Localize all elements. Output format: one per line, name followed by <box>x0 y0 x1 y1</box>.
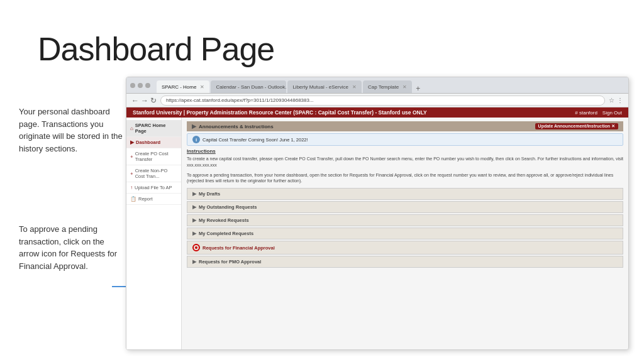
sparc-main-layout: ⌂ SPARC Home Page ▶ Dashboard + Create P… <box>126 118 628 349</box>
tab-close-icon[interactable]: ✕ <box>200 84 204 90</box>
browser-window: SPARC - Home ✕ Calendar - San Duan - Out… <box>126 77 629 350</box>
outstanding-arrow: ▶ <box>192 204 196 210</box>
announcements-label: Announcements & Instructions <box>199 124 274 129</box>
sidebar-home-label: SPARC Home Page <box>135 123 177 134</box>
announcements-arrow: ▶ <box>192 123 196 129</box>
sparc-header-actions: # stanford Sign Out <box>575 110 622 116</box>
page-title: Dashboard Page <box>38 30 274 68</box>
bookmark-icon[interactable]: ☆ <box>609 97 614 104</box>
create-npo-icon: + <box>130 171 133 177</box>
tab-liberty[interactable]: Liberty Mutual - eService ✕ <box>287 80 361 93</box>
address-field[interactable]: https://apex-cat.stanford.edu/apex/f?p=3… <box>160 96 605 106</box>
tab-sparc-label: SPARC - Home <box>162 84 196 90</box>
section-revoked[interactable]: ▶ My Revoked Requests <box>187 214 623 226</box>
circle-indicator-icon <box>192 244 200 251</box>
forward-btn[interactable]: → <box>141 96 148 105</box>
tab-cap[interactable]: Cap Template ✕ <box>363 80 412 93</box>
info-icon: i <box>192 136 200 143</box>
circle-inner <box>195 246 197 249</box>
section-outstanding[interactable]: ▶ My Outstanding Requests <box>187 201 623 213</box>
browser-controls <box>130 83 150 88</box>
browser-tabs-bar: SPARC - Home ✕ Calendar - San Duan - Out… <box>126 77 628 94</box>
revoked-arrow: ▶ <box>192 217 196 223</box>
sparc-app: Stanford University | Property Administr… <box>126 107 628 349</box>
instructions-text2: To approve a pending transaction, from y… <box>187 172 623 185</box>
settings-icon[interactable]: ⋮ <box>617 97 623 104</box>
sidebar-dashboard-label: Dashboard <box>136 140 160 145</box>
home-icon: ⌂ <box>130 126 133 131</box>
tab-liberty-close[interactable]: ✕ <box>352 84 357 90</box>
sidebar-item-create-po[interactable]: + Create PO Cost Transfer <box>126 148 181 165</box>
browser-tabs: SPARC - Home ✕ Calendar - San Duan - Out… <box>157 77 625 93</box>
sidebar-report-label: Report <box>138 196 153 202</box>
upload-icon: ↑ <box>130 185 133 190</box>
sparc-sidebar: ⌂ SPARC Home Page ▶ Dashboard + Create P… <box>126 118 182 349</box>
pmo-arrow: ▶ <box>192 259 196 265</box>
section-my-drafts[interactable]: ▶ My Drafts <box>187 188 623 200</box>
sidebar-item-home[interactable]: ⌂ SPARC Home Page <box>126 120 181 137</box>
browser-btn-close <box>130 83 135 88</box>
browser-btn-min <box>138 83 143 88</box>
sidebar-create-po-label: Create PO Cost Transfer <box>135 151 177 162</box>
instructions-title: Instructions <box>187 148 623 154</box>
tab-sparc-home[interactable]: SPARC - Home ✕ <box>157 80 209 93</box>
sidebar-item-upload[interactable]: ↑ Upload File To AP <box>126 182 181 194</box>
completed-arrow: ▶ <box>192 231 196 236</box>
back-btn[interactable]: ← <box>131 96 139 105</box>
section-pmo-approval[interactable]: ▶ Requests for PMO Approval <box>187 256 623 268</box>
sidebar-item-create-npo[interactable]: + Create Non-PO Cost Tran... <box>126 165 181 182</box>
sidebar-item-report[interactable]: 📋 Report <box>126 194 181 205</box>
stanford-user: # stanford <box>575 110 597 116</box>
sign-out-btn[interactable]: Sign Out <box>602 110 622 116</box>
sidebar-create-npo-label: Create Non-PO Cost Tran... <box>135 168 177 179</box>
financial-approval-label: Requests for Financial Approval <box>203 245 275 251</box>
tab-cap-close[interactable]: ✕ <box>402 84 407 90</box>
sparc-header: Stanford University | Property Administr… <box>126 107 628 118</box>
create-po-icon: + <box>130 154 133 160</box>
browser-toolbar-icons: ☆ ⋮ <box>609 97 623 104</box>
revoked-label: My Revoked Requests <box>199 217 249 223</box>
sidebar-upload-label: Upload File To AP <box>135 185 172 190</box>
annotation-top: Your personal dashboard page. Transactio… <box>19 106 126 155</box>
drafts-arrow: ▶ <box>192 191 196 197</box>
tab-calendar[interactable]: Calendar - San Duan - Outlook... ✕ <box>211 80 286 93</box>
instructions-text1: To create a new capital cost transfer, p… <box>187 156 623 168</box>
announcements-header: ▶ Announcements & Instructions Update An… <box>187 121 623 131</box>
new-tab-btn[interactable]: + <box>416 84 420 93</box>
address-bar: ← → ↻ https://apex-cat.stanford.edu/apex… <box>126 94 628 107</box>
dashboard-icon: ▶ <box>130 140 134 145</box>
section-completed[interactable]: ▶ My Completed Requests <box>187 228 623 239</box>
tab-calendar-label: Calendar - San Duan - Outlook... <box>216 84 286 90</box>
update-announcement-btn[interactable]: Update Announcement/Instruction ✕ <box>535 123 618 129</box>
sidebar-item-dashboard[interactable]: ▶ Dashboard <box>126 137 181 148</box>
browser-btn-max <box>145 83 150 88</box>
sparc-content: ▶ Announcements & Instructions Update An… <box>182 118 628 349</box>
drafts-label: My Drafts <box>199 191 220 197</box>
nav-buttons: ← → ↻ <box>131 96 157 105</box>
announcement-text: Capital Cost Transfer Coming Soon! June … <box>203 137 308 143</box>
address-text: https://apex-cat.stanford.edu/apex/f?p=3… <box>166 97 314 103</box>
refresh-btn[interactable]: ↻ <box>150 96 157 105</box>
annotation-bottom: To approve a pending transaction, click … <box>19 223 119 272</box>
tab-cap-label: Cap Template <box>368 84 399 90</box>
sparc-header-title: Stanford University | Property Administr… <box>133 109 427 116</box>
outstanding-label: My Outstanding Requests <box>199 204 257 210</box>
tab-liberty-label: Liberty Mutual - eService <box>292 84 348 90</box>
report-icon: 📋 <box>130 196 136 202</box>
pmo-label: Requests for PMO Approval <box>199 259 261 265</box>
completed-label: My Completed Requests <box>199 231 253 236</box>
section-financial-approval[interactable]: Requests for Financial Approval <box>187 241 623 255</box>
announcement-info: i Capital Cost Transfer Coming Soon! Jun… <box>187 133 623 146</box>
